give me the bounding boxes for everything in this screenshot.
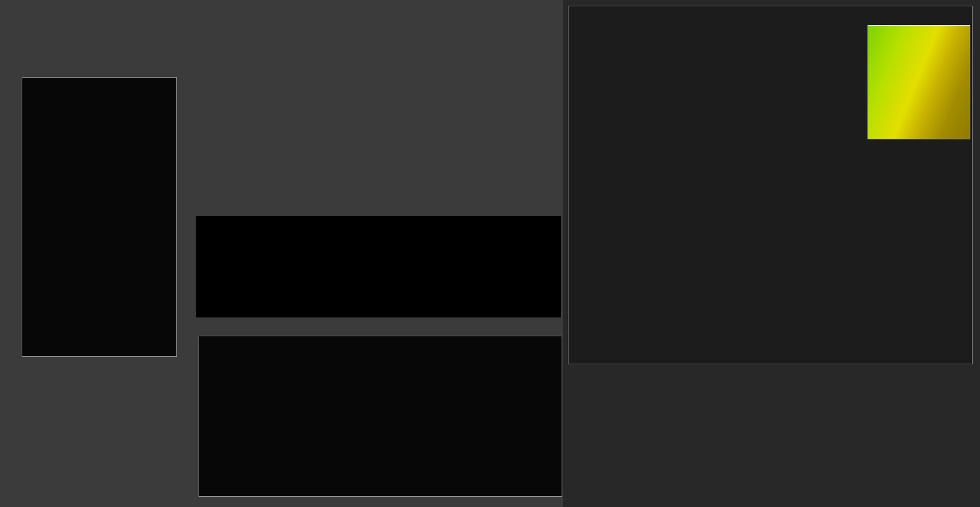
cie-zoom-inset [868,25,970,139]
color-swatch-panel [196,216,561,317]
cie-1931-panel [568,6,973,364]
deltae-chart [199,336,562,497]
rgb-balance-chart [22,77,177,357]
cie-chromaticity-canvas [595,14,766,100]
saturation-sweeps-page [0,0,980,507]
